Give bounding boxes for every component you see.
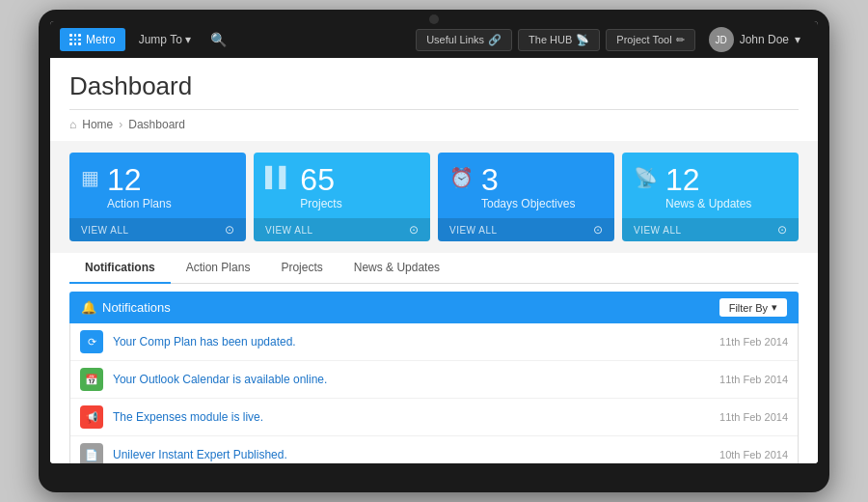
thehub-button[interactable]: The HUB 📡: [518, 29, 600, 51]
stat-footer[interactable]: VIEW ALL ⊙: [438, 218, 614, 241]
user-chevron-icon: ▾: [795, 33, 800, 46]
bell-icon: 🔔: [81, 300, 96, 315]
stat-label: Action Plans: [107, 197, 172, 210]
breadcrumb-separator: ›: [119, 118, 122, 131]
notification-text: Your Outlook Calendar is available onlin…: [113, 373, 710, 386]
page-header: Dashboard ⌂ Home › Dashboard: [50, 58, 818, 141]
stat-card-top: ▦ 12 Action Plans: [69, 153, 246, 218]
user-menu[interactable]: JD John Doe ▾: [701, 23, 808, 56]
laptop-screen: Metro Jump To ▾ 🔍 Useful Links 🔗 The HUB…: [50, 21, 818, 463]
stat-footer[interactable]: VIEW ALL ⊙: [69, 218, 246, 241]
stat-info: 12 Action Plans: [107, 164, 172, 210]
filter-by-button[interactable]: Filter By ▾: [719, 298, 787, 317]
notification-date: 10th Feb 2014: [719, 449, 788, 460]
stat-card-top: ▌▌ 65 Projects: [254, 153, 430, 218]
notification-item: 📄 Unilever Instant Expert Published. 10t…: [70, 436, 798, 463]
notification-item: ⟳ Your Comp Plan has been updated. 11th …: [70, 323, 798, 361]
view-all-label: VIEW ALL: [81, 225, 129, 236]
news-icon: 📡: [634, 166, 658, 189]
laptop-notch: [429, 14, 439, 24]
breadcrumb-current: Dashboard: [128, 118, 185, 131]
search-icon: 🔍: [210, 32, 227, 47]
stat-label: News & Updates: [665, 197, 751, 210]
user-name: John Doe: [740, 33, 789, 46]
chevron-down-icon: ▾: [185, 33, 191, 46]
stat-card-news[interactable]: 📡 12 News & Updates VIEW ALL ⊙: [622, 153, 799, 241]
page-title: Dashboard: [69, 71, 799, 101]
notification-icon: ⟳: [80, 330, 103, 353]
notification-date: 11th Feb 2014: [719, 411, 788, 423]
breadcrumb: ⌂ Home › Dashboard: [69, 109, 799, 131]
notification-icon: 📄: [80, 443, 103, 463]
project-tool-button[interactable]: Project Tool ✏: [606, 29, 694, 51]
tab-news-label: News & Updates: [354, 261, 440, 274]
notifications-title: 🔔 Notifications: [81, 300, 171, 315]
arrow-right-icon: ⊙: [593, 223, 603, 237]
notification-item: 📅 Your Outlook Calendar is available onl…: [70, 361, 798, 399]
stat-info: 65 Projects: [300, 164, 341, 210]
stat-footer[interactable]: VIEW ALL ⊙: [622, 218, 799, 241]
stat-number: 3: [481, 164, 575, 195]
tabs-section: Notifications Action Plans Projects News…: [50, 253, 818, 463]
stat-card-objectives[interactable]: ⏰ 3 Todays Objectives VIEW ALL ⊙: [438, 153, 614, 241]
main-content: Dashboard ⌂ Home › Dashboard ▦ 12 Acti: [50, 58, 818, 463]
action-plans-icon: ▦: [81, 166, 99, 189]
stat-card-top: ⏰ 3 Todays Objectives: [438, 153, 614, 218]
view-all-label: VIEW ALL: [449, 225, 498, 236]
avatar: JD: [709, 27, 734, 52]
stat-label: Projects: [300, 197, 341, 210]
thehub-label: The HUB: [529, 34, 572, 45]
stat-number: 12: [665, 164, 751, 195]
notifications-section: 🔔 Notifications Filter By ▾ ⟳ Your Comp …: [69, 284, 799, 463]
hub-icon: 📡: [576, 34, 589, 46]
jumpto-button[interactable]: Jump To ▾: [131, 29, 199, 50]
tab-notifications[interactable]: Notifications: [69, 253, 171, 284]
useful-links-label: Useful Links: [426, 34, 484, 45]
stat-number: 65: [300, 164, 341, 195]
useful-links-button[interactable]: Useful Links 🔗: [416, 29, 512, 51]
objectives-icon: ⏰: [449, 166, 474, 189]
search-button[interactable]: 🔍: [204, 28, 232, 51]
tabs-row: Notifications Action Plans Projects News…: [69, 253, 799, 284]
arrow-right-icon: ⊙: [225, 223, 234, 237]
tab-projects[interactable]: Projects: [265, 253, 338, 284]
view-all-label: VIEW ALL: [634, 225, 682, 236]
notifications-label: Notifications: [102, 300, 171, 315]
stat-card-top: 📡 12 News & Updates: [622, 153, 799, 218]
tab-action-plans[interactable]: Action Plans: [171, 253, 266, 284]
stat-number: 12: [107, 164, 172, 195]
stat-label: Todays Objectives: [481, 197, 575, 210]
notification-text: Unilever Instant Expert Published.: [113, 448, 710, 461]
filter-chevron-icon: ▾: [772, 301, 777, 314]
notification-icon: 📅: [80, 368, 103, 391]
projects-icon: ▌▌: [265, 166, 292, 188]
notifications-header: 🔔 Notifications Filter By ▾: [69, 292, 799, 323]
grid-icon: [69, 34, 81, 45]
stat-card-projects[interactable]: ▌▌ 65 Projects VIEW ALL ⊙: [254, 153, 430, 241]
breadcrumb-home: Home: [82, 118, 113, 131]
tab-news-updates[interactable]: News & Updates: [339, 253, 455, 284]
metro-button[interactable]: Metro: [60, 28, 125, 51]
stat-card-action-plans[interactable]: ▦ 12 Action Plans VIEW ALL ⊙: [69, 153, 246, 241]
arrow-right-icon: ⊙: [409, 223, 419, 237]
project-tool-label: Project Tool: [616, 34, 671, 45]
top-nav-bar: Metro Jump To ▾ 🔍 Useful Links 🔗 The HUB…: [50, 21, 818, 58]
filter-label: Filter By: [729, 302, 768, 314]
link-icon: 🔗: [488, 34, 502, 46]
notification-text: The Expenses module is live.: [113, 410, 710, 424]
stat-footer[interactable]: VIEW ALL ⊙: [254, 218, 430, 241]
stat-info: 3 Todays Objectives: [481, 164, 575, 210]
notification-text: Your Comp Plan has been updated.: [113, 335, 710, 349]
metro-label: Metro: [86, 33, 116, 46]
pencil-icon: ✏: [676, 34, 685, 46]
view-all-label: VIEW ALL: [265, 225, 313, 236]
notifications-list: ⟳ Your Comp Plan has been updated. 11th …: [69, 323, 799, 463]
tab-action-plans-label: Action Plans: [186, 261, 251, 274]
laptop-frame: Metro Jump To ▾ 🔍 Useful Links 🔗 The HUB…: [39, 10, 829, 492]
stat-info: 12 News & Updates: [665, 164, 751, 210]
notification-item: 📢 The Expenses module is live. 11th Feb …: [70, 399, 798, 436]
arrow-right-icon: ⊙: [777, 223, 787, 237]
home-icon: ⌂: [69, 118, 76, 131]
tab-notifications-label: Notifications: [85, 261, 155, 274]
notification-date: 11th Feb 2014: [719, 374, 788, 385]
